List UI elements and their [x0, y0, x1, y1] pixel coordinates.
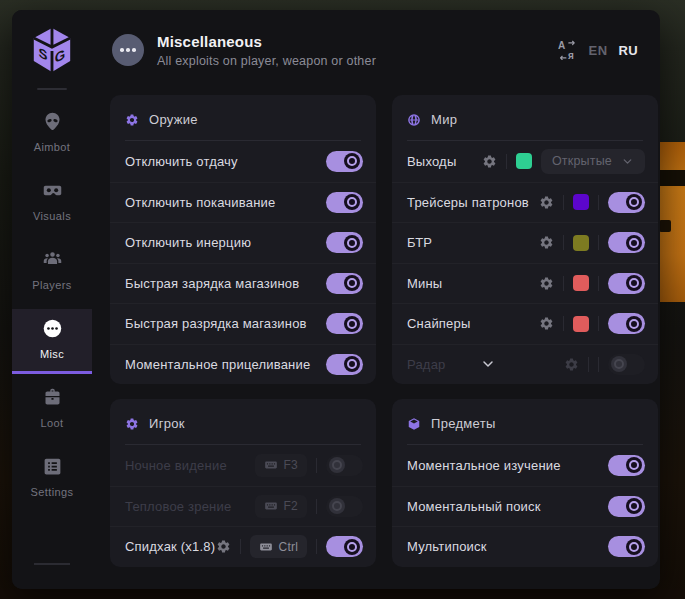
toggle-switch[interactable] [326, 496, 363, 517]
toggle-switch[interactable] [608, 313, 645, 334]
svg-text:я: я [568, 50, 574, 60]
gear-icon[interactable] [539, 276, 554, 291]
feature-row: Отключить отдачу [110, 141, 376, 182]
feature-row: Выходы Открытые [392, 141, 658, 182]
toggle-switch[interactable] [326, 536, 363, 557]
feature-row: Моментальное прицеливание [110, 344, 376, 385]
feature-label: Трейсеры патронов [407, 195, 529, 210]
ellipsis-circle-icon [112, 34, 144, 66]
page-title: Miscellaneous [157, 33, 376, 50]
gear-icon[interactable] [482, 154, 497, 169]
feature-label: Выходы [407, 154, 456, 169]
toggle-switch[interactable] [326, 273, 363, 294]
feature-row: Радар [392, 344, 658, 385]
toggle-switch[interactable] [608, 232, 645, 253]
language-ru-button[interactable]: RU [618, 43, 638, 58]
keyboard-icon [264, 499, 278, 513]
feature-label: Моментальное прицеливание [125, 357, 310, 372]
feature-label: Снайперы [407, 316, 471, 331]
feature-row: Моментальный поиск [392, 486, 658, 527]
toggle-switch[interactable] [608, 192, 645, 213]
alien-icon [42, 111, 63, 134]
chevron-down-icon [621, 155, 634, 168]
section-title: Предметы [431, 416, 496, 431]
color-swatch[interactable] [573, 194, 589, 210]
gear-icon[interactable] [564, 357, 579, 372]
feature-row: Спидхак (x1.8) Ctrl [110, 526, 376, 567]
translate-icon[interactable]: A я [558, 40, 578, 60]
section-title: Оружие [149, 112, 198, 127]
toggle-switch[interactable] [326, 354, 363, 375]
cheat-menu-window: S G Aimbot Visuals Players Misc Loot Set… [12, 10, 660, 589]
gear-icon[interactable] [216, 539, 231, 554]
toggle-switch[interactable] [326, 151, 363, 172]
sidebar-item-aimbot[interactable]: Aimbot [12, 102, 92, 167]
package-icon [407, 417, 421, 431]
section-card: Мир Выходы Открытые Трейсеры патронов [392, 95, 658, 384]
gear-icon[interactable] [539, 316, 554, 331]
feature-row: Тепловое зрение F2 [110, 486, 376, 527]
toggle-switch[interactable] [608, 354, 645, 375]
color-swatch[interactable] [573, 275, 589, 291]
toggle-switch[interactable] [608, 496, 645, 517]
feature-label: БТР [407, 235, 432, 250]
section-title: Мир [431, 112, 457, 127]
sidebar: S G Aimbot Visuals Players Misc Loot Set… [12, 10, 92, 589]
feature-label: Тепловое зрение [125, 499, 231, 514]
content-area: Оружие Отключить отдачу Отключить покачи… [92, 90, 660, 589]
page-header: Miscellaneous All exploits on player, we… [92, 10, 660, 90]
color-swatch[interactable] [516, 153, 532, 169]
toggle-switch[interactable] [608, 273, 645, 294]
feature-label: Ночное видение [125, 458, 227, 473]
sidebar-item-loot[interactable]: Loot [12, 378, 92, 443]
gear-icon [125, 113, 139, 127]
gear-icon [125, 417, 139, 431]
toggle-switch[interactable] [608, 536, 645, 557]
feature-row: Отключить покачивание [110, 182, 376, 223]
background-orange-object [657, 142, 685, 302]
feature-row: Моментальное изучение [392, 445, 658, 486]
toggle-switch[interactable] [326, 232, 363, 253]
section-card: Предметы Моментальное изучение Моменталь… [392, 399, 658, 567]
section-card: Игрок Ночное видение F3 Тепловое зрение [110, 399, 376, 567]
sidebar-item-misc[interactable]: Misc [12, 309, 92, 374]
cube-logo-icon: S G [29, 26, 75, 74]
feature-label: Моментальный поиск [407, 499, 541, 514]
feature-label: Моментальное изучение [407, 458, 561, 473]
feature-label: Отключить отдачу [125, 154, 238, 169]
goggles-icon [42, 180, 63, 203]
dropdown-select[interactable]: Открытые [541, 149, 645, 174]
sidebar-item-settings[interactable]: Settings [12, 447, 92, 512]
color-swatch[interactable] [573, 316, 589, 332]
sidebar-item-players[interactable]: Players [12, 240, 92, 305]
language-en-button[interactable]: EN [589, 43, 608, 58]
hotkey-badge[interactable]: Ctrl [250, 535, 307, 558]
hotkey-badge[interactable]: F2 [255, 495, 307, 518]
feature-row: Быстрая разрядка магазинов [110, 303, 376, 344]
toggle-switch[interactable] [608, 455, 645, 476]
gear-icon[interactable] [539, 195, 554, 210]
color-swatch[interactable] [573, 235, 589, 251]
feature-row: Мины [392, 263, 658, 304]
toggle-switch[interactable] [326, 313, 363, 334]
toggle-switch[interactable] [326, 192, 363, 213]
feature-label: Радар [407, 357, 446, 372]
sidebar-divider [37, 88, 67, 90]
gear-icon[interactable] [539, 235, 554, 250]
feature-row: Ночное видение F3 [110, 445, 376, 486]
keyboard-icon [259, 540, 273, 554]
feature-row: БТР [392, 222, 658, 263]
feature-label: Мультипоиск [407, 539, 487, 554]
briefcase-icon [42, 387, 63, 410]
feature-row: Мультипоиск [392, 526, 658, 567]
chevron-down-icon[interactable] [480, 356, 496, 372]
feature-label: Быстрая зарядка магазинов [125, 276, 299, 291]
section-title: Игрок [149, 416, 185, 431]
feature-label: Мины [407, 276, 442, 291]
hotkey-badge[interactable]: F3 [255, 454, 307, 477]
feature-row: Трейсеры патронов [392, 182, 658, 223]
feature-row: Быстрая зарядка магазинов [110, 263, 376, 304]
toggle-switch[interactable] [326, 455, 363, 476]
sidebar-bottom-divider [34, 563, 70, 565]
sidebar-item-visuals[interactable]: Visuals [12, 171, 92, 236]
